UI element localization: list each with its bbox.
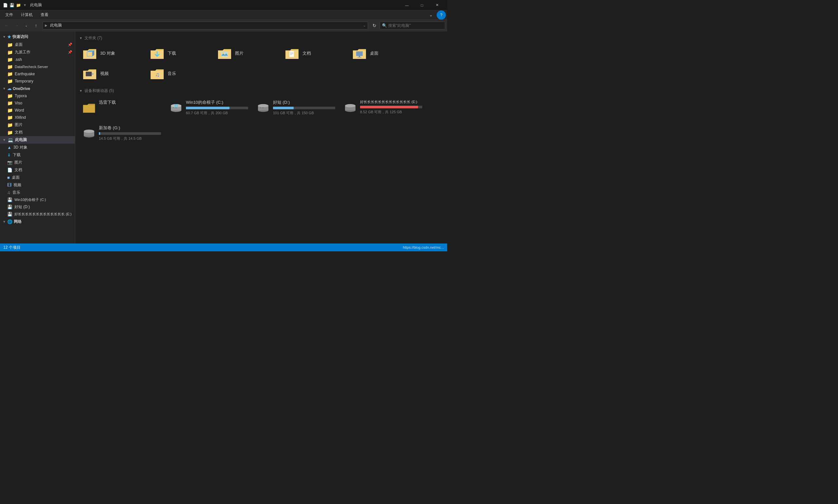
folder-yellow-icon-earthquake: 📁 [7, 71, 13, 76]
svg-point-24 [345, 104, 356, 107]
sidebar-item-pictures[interactable]: 📷 图片 [0, 159, 75, 166]
drive-item-c[interactable]: Win10的命根子 (C:) 60.7 GB 可用，共 200 GB [166, 97, 251, 121]
sidebar-item-label-desktop-computer: 桌面 [12, 175, 20, 180]
drive-item-g[interactable]: 新加卷 (G:) 14.5 GB 可用，共 14.5 GB [79, 122, 164, 146]
music-icon-sm: ♫ [7, 190, 11, 195]
quick-access-label: 快速访问 [13, 34, 28, 40]
c-drive-name: Win10的命根子 (C:) [186, 100, 248, 105]
menu-expand-button[interactable]: ⌄ [426, 11, 435, 20]
sidebar-quick-access-header[interactable]: ▼ ★ 快速访问 [0, 33, 75, 41]
sidebar-item-datarecheck[interactable]: 📁 DataRecheck.Server [0, 63, 75, 70]
folder-item-3d[interactable]: 3D 对象 [79, 44, 145, 62]
sidebar-item-pics-onedrive[interactable]: 📁 图片 [0, 121, 75, 129]
drives-section-header[interactable]: ▼ 设备和驱动器 (5) [79, 88, 443, 94]
c-drive-stats: 60.7 GB 可用，共 200 GB [186, 111, 248, 115]
folder-item-music[interactable]: ♫ 音乐 [147, 65, 212, 83]
sidebar-item-jiupai[interactable]: 📁 九派工作 📌 [0, 49, 75, 56]
sidebar-item-viso[interactable]: 📁 Viso [0, 100, 75, 107]
sidebar-item-docs-onedrive[interactable]: 📁 文档 [0, 129, 75, 136]
sidebar-item-label-documents: 文档 [14, 167, 22, 173]
sidebar-item-desktop[interactable]: 📁 桌面 📌 [0, 41, 75, 49]
e-drive-bar-bg [360, 106, 422, 108]
up-button[interactable]: ↑ [32, 21, 40, 30]
sidebar-item-label-datarecheck: DataRecheck.Server [15, 65, 48, 69]
titlebar-app-icons: 📄 💾 📁 ▼ [3, 3, 28, 8]
sidebar-item-video[interactable]: 🎞 视频 [0, 181, 75, 189]
folder-documents-icon [285, 46, 299, 60]
sidebar-item-temporary[interactable]: 📁 Temporary [0, 77, 75, 85]
d-drive-stats: 101 GB 可用，共 150 GB [273, 111, 335, 115]
maximize-button[interactable]: □ [414, 0, 429, 11]
sidebar-computer-header[interactable]: ▼ 💻 此电脑 [0, 136, 75, 144]
refresh-button[interactable]: ↻ [370, 21, 379, 30]
folders-grid: 3D 对象 下载 [79, 44, 443, 83]
sidebar-item-music[interactable]: ♫ 音乐 [0, 189, 75, 196]
address-bar[interactable]: ▶ 此电脑 ⌄ [42, 22, 368, 30]
c-drive-icon [170, 101, 183, 114]
sidebar-item-label-pictures: 图片 [14, 160, 22, 165]
drive-item-e[interactable]: 好长长长长长长长长长长长长长 (E:) 8.52 GB 可用，共 125 GB [340, 97, 426, 121]
folders-section-header[interactable]: ▼ 文件夹 (7) [79, 35, 443, 41]
thunder-drive-info: 迅雷下载 [99, 100, 161, 107]
drive-item-thunder[interactable]: 迅雷下载 [79, 97, 164, 121]
folder-downloads-icon [150, 46, 164, 60]
content-area: ▼ 文件夹 (7) 3D 对象 [75, 32, 447, 244]
e-drive-bar-fill [360, 106, 418, 108]
folder-item-downloads[interactable]: 下载 [147, 44, 212, 62]
svg-rect-9 [357, 57, 361, 58]
g-drive-info: 新加卷 (G:) 14.5 GB 可用，共 14.5 GB [99, 125, 161, 141]
sidebar-item-d-drive[interactable]: 💾 好短 (D:) [0, 203, 75, 211]
g-drive-name: 新加卷 (G:) [99, 125, 161, 131]
sidebar-item-downloads[interactable]: ⇓ 下载 [0, 151, 75, 159]
close-button[interactable]: ✕ [429, 0, 445, 11]
address-icon: ▶ [45, 23, 48, 27]
folder-item-pictures[interactable]: 图片 [214, 44, 280, 62]
3d-icon-sm: ▲ [7, 145, 12, 150]
sidebar-item-desktop-computer[interactable]: ■ 桌面 [0, 174, 75, 181]
back-button[interactable]: ← [2, 21, 11, 30]
sidebar-item-word[interactable]: 📁 Word [0, 107, 75, 114]
folder-yellow-icon-typora: 📁 [7, 93, 13, 98]
sidebar-item-earthquake[interactable]: 📁 Earthquake [0, 70, 75, 77]
sidebar-chevron-network-icon: ▼ [3, 220, 6, 223]
folders-chevron-icon: ▼ [79, 36, 83, 40]
menu-file[interactable]: 文件 [1, 11, 17, 19]
forward-button[interactable]: → [12, 21, 21, 30]
sidebar-onedrive-header[interactable]: ▼ ☁ OneDrive [0, 85, 75, 92]
desktop-icon-sm: ■ [7, 175, 10, 180]
menu-computer[interactable]: 计算机 [17, 11, 37, 19]
sidebar-chevron-icon: ▼ [3, 35, 6, 39]
sidebar-item-label-earthquake: Earthquake [15, 72, 35, 76]
folder-yellow-icon-pics: 📁 [7, 122, 13, 128]
sidebar-network-header[interactable]: ▼ 🌐 网络 [0, 218, 75, 226]
sidebar-item-e-drive[interactable]: 💾 好长长长长长长长长长长长长长 (E:) [0, 211, 75, 218]
window-controls: — □ ✕ [399, 0, 445, 11]
folder-item-documents[interactable]: 文档 [282, 44, 347, 62]
down-button[interactable]: ⌄ [22, 21, 31, 30]
g-drive-bar-bg [99, 132, 161, 135]
address-chevron-icon[interactable]: ⌄ [363, 23, 365, 27]
menu-view[interactable]: 查看 [37, 11, 52, 19]
d-drive-bar-bg [273, 107, 335, 109]
sidebar-item-documents[interactable]: 📄 文档 [0, 166, 75, 174]
help-button[interactable]: ? [437, 11, 446, 20]
app-icon-save: 💾 [9, 3, 14, 8]
svg-rect-7 [356, 51, 363, 56]
sidebar-item-c-drive[interactable]: 💾 Win10的命根子 (C:) [0, 196, 75, 203]
sidebar-item-xmind[interactable]: 📁 XMind [0, 114, 75, 121]
minimize-button[interactable]: — [399, 0, 414, 11]
folder-item-video[interactable]: 视频 [79, 65, 145, 83]
g-drive-stats: 14.5 GB 可用，共 14.5 GB [99, 136, 161, 141]
sidebar-item-typora[interactable]: 📁 Typora [0, 92, 75, 100]
drive-item-d[interactable]: 好短 (D:) 101 GB 可用，共 150 GB [253, 97, 338, 121]
sidebar-item-3d[interactable]: ▲ 3D 对象 [0, 144, 75, 151]
pics-icon-sm: 📷 [7, 160, 13, 165]
sidebar-item-ssh[interactable]: 📁 .ssh [0, 56, 75, 63]
svg-text:♫: ♫ [155, 71, 160, 78]
sidebar-item-label-temporary: Temporary [15, 79, 33, 84]
app-icon-dropdown[interactable]: ▼ [22, 3, 28, 8]
search-input[interactable] [388, 23, 443, 28]
folder-item-desktop[interactable]: 桌面 [349, 44, 414, 62]
search-box[interactable]: 🔍 [380, 22, 445, 30]
folder-yellow-icon-ssh: 📁 [7, 57, 13, 62]
